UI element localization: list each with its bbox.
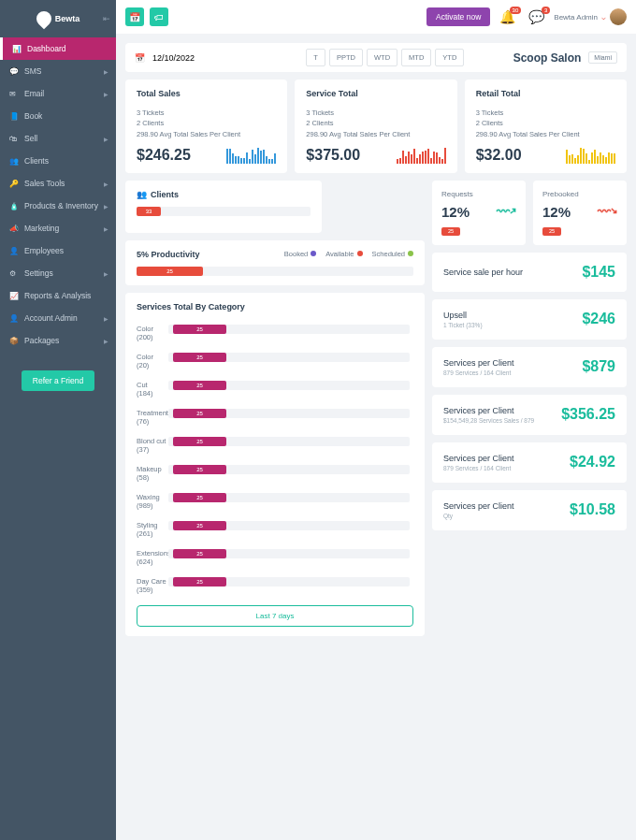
services-by-category-card: Services Total By Category Color(200)25C…: [125, 293, 425, 636]
nav-icon: 💬: [9, 67, 19, 76]
clients-icon: 👥: [137, 190, 147, 199]
user-menu[interactable]: Bewta Admin ⌵: [554, 8, 627, 25]
prebooked-card: Prebooked 12%〰↘ 25: [533, 181, 627, 245]
nav-packages[interactable]: 📦Packages▶: [0, 329, 116, 352]
nav-icon: 📣: [9, 224, 19, 233]
date-input[interactable]: [152, 53, 257, 63]
calendar-button[interactable]: 📅: [125, 7, 144, 26]
chevron-right-icon: ▶: [104, 225, 108, 232]
nav-icon: 📊: [12, 45, 22, 53]
nav-dashboard[interactable]: 📊Dashboard: [0, 37, 116, 60]
productivity-bar: 25: [137, 267, 203, 276]
messages-icon[interactable]: 💬3: [525, 9, 548, 24]
svc-title: Services Total By Category: [137, 302, 413, 311]
nav-employees[interactable]: 👤Employees: [0, 239, 116, 262]
productivity-title: 5% Productivity: [137, 250, 200, 259]
nav-icon: 🔑: [9, 180, 19, 188]
stat-card: Services per ClientQty$10.58: [432, 490, 627, 530]
svc-row: Color(200)25: [137, 325, 413, 341]
nav-clients[interactable]: 👥Clients: [0, 150, 116, 172]
sparkline: [226, 147, 276, 164]
nav-book[interactable]: 📘Book: [0, 105, 116, 127]
nav-icon: 👤: [9, 247, 19, 255]
nav-icon: ✉: [9, 90, 19, 98]
nav-sms[interactable]: 💬SMS▶: [0, 60, 116, 82]
brand-name: Bewta: [55, 14, 80, 23]
sparkline: [397, 147, 446, 164]
trend-up-icon: 〰↗: [497, 204, 516, 219]
chevron-right-icon: ▶: [104, 338, 108, 344]
chevron-right-icon: ▶: [104, 270, 108, 277]
period-ytd[interactable]: YTD: [435, 49, 464, 66]
stat-card: Service sale per hour$145: [432, 253, 627, 292]
stat-card: Upsell1 Ticket (33%)$246: [432, 299, 627, 340]
chevron-right-icon: ▶: [104, 136, 108, 142]
nav-icon: 📘: [9, 112, 19, 121]
logo-icon: [33, 8, 54, 30]
sidebar: Bewta ⇤ 📊Dashboard💬SMS▶✉Email▶📘Book🛍Sell…: [0, 0, 116, 840]
period-t[interactable]: T: [306, 49, 325, 66]
nav-email[interactable]: ✉Email▶: [0, 82, 116, 105]
notifications-icon[interactable]: 🔔30: [496, 9, 519, 24]
requests-card: Requests 12%〰↗ 25: [432, 181, 526, 245]
refer-friend-button[interactable]: Refer a Friend: [22, 370, 94, 391]
chevron-right-icon: ▶: [104, 203, 108, 210]
nav-icon: 📈: [9, 292, 19, 300]
avatar: [610, 8, 627, 25]
kpi-service-total: Service Total3 Tickets2 Clients298.90 Av…: [295, 80, 456, 173]
nav-sell[interactable]: 🛍Sell▶: [0, 127, 116, 150]
stat-card: Services per Client$154,549,28 Services …: [432, 395, 627, 435]
nav-icon: 🧴: [9, 202, 19, 210]
kpi-total-sales: Total Sales3 Tickets2 Clients298.90 Avg …: [125, 80, 287, 173]
nav-marketing[interactable]: 📣Marketing▶: [0, 217, 116, 239]
nav-account-admin[interactable]: 👤Account Admin▶: [0, 307, 116, 329]
nav-icon: 📦: [9, 337, 19, 345]
logo: Bewta ⇤: [0, 0, 116, 37]
filter-bar: 📅 TPPTDWTDMTDYTD Scoop Salon Miami: [125, 43, 627, 72]
nav-reports-&-analysis[interactable]: 📈Reports & Analysis: [0, 284, 116, 307]
svc-row: Cut(184)25: [137, 381, 413, 398]
nav-sales-tools[interactable]: 🔑Sales Tools▶: [0, 172, 116, 195]
svc-row: Treatment(76)25: [137, 409, 413, 426]
activate-button[interactable]: Activate now: [426, 7, 490, 26]
user-name: Bewta Admin: [554, 13, 598, 22]
stat-card: Services per Client879 Services / 164 Cl…: [432, 442, 627, 483]
nav-icon: 👤: [9, 314, 19, 323]
period-pptd[interactable]: PPTD: [329, 49, 363, 66]
msg-badge: 3: [542, 7, 550, 14]
chevron-right-icon: ▶: [104, 181, 108, 187]
svc-row: Color(20)25: [137, 353, 413, 369]
nav-products-&-inventory[interactable]: 🧴Products & Inventory▶: [0, 195, 116, 217]
notif-badge: 30: [510, 7, 522, 14]
period-mtd[interactable]: MTD: [401, 49, 431, 66]
clients-title: Clients: [151, 190, 179, 199]
nav-icon: 🛍: [9, 135, 19, 143]
trend-down-icon: 〰↘: [598, 204, 617, 219]
svc-row: Extensions(624)25: [137, 549, 413, 566]
clients-bar: 33: [137, 207, 161, 216]
last-7-days-button[interactable]: Last 7 days: [137, 605, 413, 627]
topbar: 📅 🏷 Activate now 🔔30 💬3 Bewta Admin ⌵: [116, 0, 636, 34]
sparkline: [566, 147, 615, 164]
svc-row: Styling(261)25: [137, 521, 413, 538]
kpi-retail-total: Retail Total3 Tickets2 Clients298.90 Avg…: [465, 80, 627, 173]
nav-icon: 👥: [9, 157, 19, 166]
stat-card: Services per Client879 Services / 164 Cl…: [432, 347, 627, 387]
location-badge[interactable]: Miami: [588, 51, 617, 64]
chevron-right-icon: ▶: [104, 91, 108, 97]
nav-settings[interactable]: ⚙Settings▶: [0, 262, 116, 284]
svc-row: Blond cut(37)25: [137, 437, 413, 454]
productivity-card: 5% Productivity Booked Available Schedul…: [125, 240, 425, 285]
period-wtd[interactable]: WTD: [367, 49, 398, 66]
chevron-right-icon: ▶: [104, 68, 108, 75]
calendar-icon[interactable]: 📅: [135, 53, 145, 63]
clients-card: 👥Clients 33: [125, 181, 322, 233]
chevron-right-icon: ▶: [104, 315, 108, 322]
svc-row: Waxing(989)25: [137, 493, 413, 510]
salon-name: Scoop Salon: [513, 51, 582, 65]
tag-button[interactable]: 🏷: [150, 7, 168, 26]
svc-row: Day Care(359)25: [137, 577, 413, 594]
svc-row: Makeup(58)25: [137, 465, 413, 482]
nav-icon: ⚙: [9, 269, 19, 278]
sidebar-toggle-icon[interactable]: ⇤: [103, 14, 110, 23]
